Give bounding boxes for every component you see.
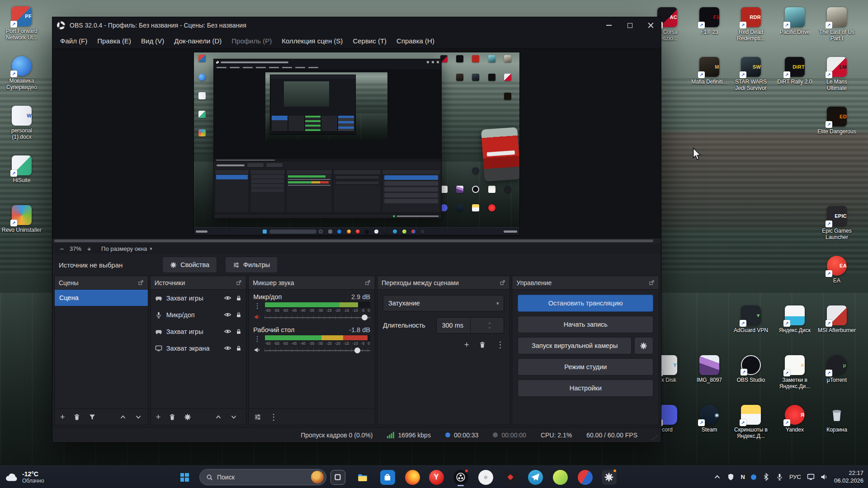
start-button[interactable] (175, 468, 193, 486)
zoom-out-button[interactable]: − (58, 245, 66, 253)
desktop-icon[interactable]: EPIC ↗ Epic Games Launcher (816, 206, 858, 240)
maximize-button[interactable] (619, 17, 640, 33)
desktop-icon[interactable]: ▼ ↗ AdGuard VPN (730, 305, 772, 333)
remove-transition-button[interactable] (479, 341, 486, 348)
menu-item[interactable]: Справка (H) (392, 34, 439, 48)
channel-options-icon[interactable]: ⋮ (254, 335, 261, 342)
slider-handle[interactable] (354, 347, 360, 353)
weather-widget[interactable]: -12°C Облачно (5, 466, 44, 488)
resize-grip-icon[interactable]: ⋰ (651, 434, 657, 441)
menu-item[interactable]: Вид (V) (136, 34, 169, 48)
desktop-icon[interactable]: F1 ↗ F1® 23 (689, 7, 730, 35)
virtual-camera-settings-button[interactable] (634, 337, 653, 354)
desktop-icon[interactable]: EA ↗ EA (816, 256, 858, 284)
taskbar-app[interactable] (403, 468, 421, 486)
desktop-icon[interactable]: µ ↗ µTorrent (816, 355, 858, 383)
visibility-eye-icon[interactable] (224, 294, 231, 302)
stop-streaming-button[interactable]: Остановить трансляцию (518, 295, 653, 312)
duration-input[interactable]: 300 ms (436, 317, 504, 333)
desktop-icon[interactable]: ↗ Revo Uninstaller (1, 205, 42, 233)
tray-expand-icon[interactable] (713, 473, 721, 481)
studio-mode-button[interactable]: Режим студии (518, 358, 653, 375)
taskbar-app[interactable] (526, 468, 544, 486)
lock-icon[interactable] (236, 295, 242, 301)
lock-icon[interactable] (236, 328, 242, 335)
menu-item[interactable]: Коллекция сцен (S) (277, 34, 348, 48)
language-indicator[interactable]: РУС (789, 474, 801, 480)
advanced-audio-button[interactable] (254, 413, 261, 421)
menu-item[interactable]: Профиль (P) (226, 34, 277, 48)
desktop-icon[interactable]: SW ↗ STAR WARS Jedi Survivor (730, 57, 772, 91)
desktop-icon[interactable]: M ↗ Mafia Definiti... (689, 57, 730, 85)
taskbar-app[interactable]: Y (427, 468, 445, 486)
remove-source-button[interactable] (169, 413, 176, 421)
source-item[interactable]: Захват игры (151, 290, 246, 306)
mute-speaker-icon[interactable] (254, 347, 261, 353)
visibility-eye-icon[interactable] (224, 311, 231, 319)
taskbar-app[interactable] (452, 468, 470, 486)
microphone-icon[interactable] (776, 473, 783, 481)
lock-icon[interactable] (236, 312, 242, 318)
add-scene-button[interactable]: + (60, 413, 65, 421)
taskbar-app[interactable] (600, 468, 618, 486)
popout-icon[interactable] (500, 280, 505, 286)
popout-icon[interactable] (365, 280, 371, 286)
visibility-eye-icon[interactable] (224, 328, 231, 335)
popout-icon[interactable] (138, 280, 144, 286)
taskbar-app[interactable] (476, 468, 495, 486)
transition-properties-icon[interactable]: ⋮ (496, 341, 504, 349)
channel-options-icon[interactable]: ⋮ (254, 302, 261, 309)
taskbar-app[interactable] (501, 468, 519, 486)
zoom-fit-select[interactable]: По размеру окна ▾ (101, 245, 152, 252)
taskbar-app[interactable] (551, 468, 569, 486)
minimize-button[interactable] (599, 17, 619, 33)
desktop-icon[interactable]: ↗ The Last of Us Part I (816, 7, 858, 42)
preview-canvas[interactable] (194, 52, 519, 235)
desktop-icon[interactable]: ↗ Pacific Drive (774, 7, 816, 35)
desktop-icon[interactable]: LM ↗ Le Mans Ultimate (816, 57, 858, 91)
scene-up-button[interactable] (119, 413, 127, 421)
desktop-icon[interactable]: ◉ ↗ Steam (689, 405, 730, 433)
desktop-icon[interactable]: ↗ IMG_8097 (689, 355, 730, 383)
desktop-icon[interactable]: PF ↗ Port Forward Network Ut... (1, 6, 42, 41)
tray-n-icon[interactable]: N (741, 474, 745, 480)
mute-speaker-icon[interactable] (254, 314, 261, 320)
add-source-button[interactable]: + (156, 413, 161, 421)
source-item[interactable]: Захват игры (151, 323, 246, 340)
filters-button[interactable]: Фильтры (225, 257, 278, 273)
desktop-icon[interactable]: ED ↗ Elite Dangerous (816, 107, 858, 135)
start-recording-button[interactable]: Начать запись (518, 316, 653, 333)
menu-item[interactable]: Сервис (T) (348, 34, 392, 48)
scene-item[interactable]: Сцена (55, 290, 148, 306)
desktop-icon[interactable]: ↗ Корзина (816, 405, 858, 433)
transition-select[interactable]: Затухание ▾ (383, 295, 505, 311)
popout-icon[interactable] (649, 280, 655, 286)
desktop-icon[interactable]: ↗ Яндекс.Диск (774, 305, 816, 333)
source-item[interactable]: Захват экрана (151, 340, 246, 357)
taskbar-app[interactable] (354, 468, 372, 486)
menu-item[interactable]: Док-панели (D) (169, 34, 226, 48)
tray-blue-dot-icon[interactable] (751, 474, 756, 480)
virtual-camera-button[interactable]: Запуск виртуальной камеры (518, 337, 632, 354)
titlebar[interactable]: OBS 32.0.4 - Профиль: Без названия - Сце… (52, 17, 661, 33)
preview-scrollbar[interactable] (52, 239, 661, 243)
source-up-button[interactable] (215, 413, 222, 421)
settings-button[interactable]: Настройки (518, 380, 653, 397)
desktop-icon[interactable]: DiRT ↗ DiRT Rally 2.0 (774, 57, 816, 85)
spin-down-icon[interactable] (487, 326, 492, 329)
mixer-options-icon[interactable]: ⋮ (269, 413, 278, 421)
desktop-icon[interactable]: ↗ OBS Studio (730, 355, 772, 383)
desktop-icon[interactable]: ↗ HiSuite (1, 155, 42, 183)
bluetooth-icon[interactable] (762, 473, 770, 481)
desktop-icon[interactable]: ↗ Мовавика Супервидео (1, 56, 42, 90)
desktop-icon[interactable]: ↗ Скриншоты в Яндекс.Д... (730, 405, 772, 439)
scene-down-button[interactable] (135, 413, 142, 421)
desktop-icon[interactable]: Я ↗ Yandex (774, 405, 816, 433)
lock-icon[interactable] (236, 345, 242, 352)
taskbar-app[interactable] (576, 468, 594, 486)
spin-up-icon[interactable] (487, 322, 492, 325)
zoom-in-button[interactable]: + (85, 245, 93, 253)
popout-icon[interactable] (236, 280, 242, 286)
desktop-icon[interactable]: ↗ MSI Afterburner (816, 305, 858, 333)
visibility-eye-icon[interactable] (224, 344, 231, 352)
